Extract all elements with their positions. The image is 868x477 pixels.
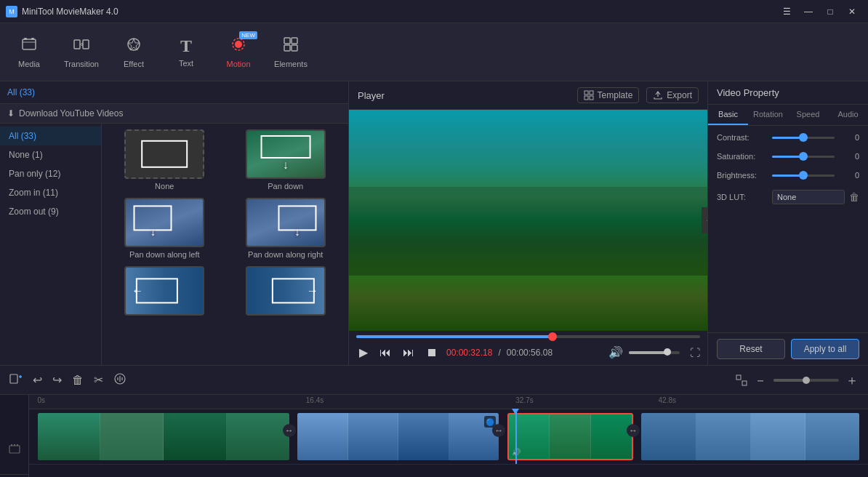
svg-rect-10 <box>284 45 290 51</box>
close-button[interactable]: ✕ <box>842 4 862 19</box>
motion-pan-down-right[interactable]: ↓ Pan down along right <box>229 198 343 259</box>
maximize-button[interactable]: □ <box>820 4 840 19</box>
svg-rect-16 <box>10 374 17 383</box>
clip-2[interactable]: 🔵 <box>297 413 499 460</box>
properties-content: Contrast: 0 Saturation: 0 <box>708 126 868 332</box>
svg-rect-19 <box>742 381 747 385</box>
tab-basic[interactable]: Basic <box>708 105 748 125</box>
toolbar-motion[interactable]: Motion NEW <box>215 27 262 78</box>
svg-rect-14 <box>584 96 588 100</box>
toolbar-elements[interactable]: Elements <box>268 27 314 78</box>
svg-rect-21 <box>11 444 12 446</box>
undo-button[interactable]: ↩ <box>29 371 46 389</box>
cut-button[interactable]: ✂ <box>90 371 107 389</box>
collapse-panel-button[interactable]: ‹ <box>702 207 707 233</box>
motion-pan-down[interactable]: ↓ Pan down <box>229 129 343 191</box>
playhead-head <box>512 409 519 414</box>
track-labels <box>0 395 29 477</box>
transition-2[interactable]: ↔ <box>492 424 505 437</box>
cat-none[interactable]: None (1) <box>0 145 101 164</box>
motions-grid: None ↓ Pan down ↓ <box>108 129 342 316</box>
brightness-slider[interactable] <box>772 175 835 177</box>
current-time: 00:00:32.18 <box>446 348 492 358</box>
zoom-slider[interactable] <box>773 379 839 382</box>
app-title: MiniTool MovieMaker 4.0 <box>22 7 118 17</box>
add-media-button[interactable] <box>6 370 26 390</box>
motion-none-box <box>141 140 188 168</box>
toolbar-media[interactable]: Media <box>6 27 52 78</box>
mark-32s: 32.7s <box>515 396 533 404</box>
clip-3[interactable]: 🔊 <box>507 413 633 460</box>
template-button[interactable]: Template <box>577 87 640 103</box>
delete-button[interactable]: 🗑 <box>68 372 87 389</box>
download-banner[interactable]: ⬇ Download YouTube Videos <box>0 104 348 124</box>
motion-pan-right[interactable]: → <box>229 266 343 316</box>
toolbar-text[interactable]: T Text <box>163 27 209 78</box>
volume-slider[interactable] <box>629 351 680 354</box>
toolbar-effect[interactable]: Effect <box>110 27 157 78</box>
transition-3[interactable]: ↔ <box>627 424 640 437</box>
stop-button[interactable]: ⏹ <box>423 345 441 361</box>
transition-1[interactable]: ↔ <box>283 424 296 437</box>
property-tabs: Basic Rotation Speed Audio <box>708 105 868 126</box>
clip-1[interactable] <box>38 413 289 460</box>
play-button[interactable]: ▶ <box>356 344 371 361</box>
tab-audio[interactable]: Audio <box>828 105 868 125</box>
fullscreen-button[interactable]: ⛶ <box>690 347 700 358</box>
apply-all-button[interactable]: Apply to all <box>791 339 859 359</box>
zoom-out-button[interactable]: － <box>750 372 771 389</box>
brightness-thumb <box>799 171 808 180</box>
export-button[interactable]: Export <box>646 87 699 103</box>
saturation-slider[interactable] <box>772 156 835 158</box>
cat-zoom-out[interactable]: Zoom out (9) <box>0 202 101 221</box>
motion-pan-left[interactable]: ← <box>108 266 222 316</box>
motion-arrow-left: ← <box>132 284 143 297</box>
transition-icon <box>73 36 89 57</box>
svg-rect-3 <box>74 40 80 49</box>
zoom-thumb <box>803 377 810 384</box>
minimize-button[interactable]: — <box>798 4 819 19</box>
fit-screen-icon <box>736 374 747 386</box>
video-container: ‹ <box>349 110 707 331</box>
contrast-slider[interactable] <box>772 137 835 139</box>
download-label: Download YouTube Videos <box>19 108 123 119</box>
svg-point-6 <box>235 41 242 48</box>
volume-button[interactable]: 🔊 <box>606 344 626 361</box>
reset-button[interactable]: Reset <box>717 339 785 359</box>
svg-rect-2 <box>31 38 34 40</box>
toolbar-transition[interactable]: Transition <box>58 27 105 78</box>
export-label: Export <box>667 90 692 100</box>
cat-zoom-in[interactable]: Zoom in (11) <box>0 183 101 202</box>
menu-button[interactable]: ☰ <box>776 4 797 19</box>
lut-select[interactable]: None <box>772 190 845 204</box>
motion-label: Motion <box>226 60 250 68</box>
skip-back-button[interactable]: ⏮ <box>377 345 394 361</box>
motion-pan-down-arrow: ↓ <box>283 159 289 172</box>
cat-pan-only[interactable]: Pan only (12) <box>0 164 101 183</box>
redo-button[interactable]: ↪ <box>49 371 65 389</box>
clip-4[interactable] <box>641 413 859 460</box>
motion-none-label: None <box>155 182 174 191</box>
zoom-in-button[interactable]: ＋ <box>842 372 862 389</box>
cat-all[interactable]: All (33) <box>0 127 101 145</box>
progress-bar[interactable] <box>356 335 700 338</box>
player-actions: Template Export <box>577 87 699 103</box>
category-list: All (33) None (1) Pan only (12) Zoom in … <box>0 124 102 365</box>
motion-none-thumb <box>124 129 204 179</box>
lut-delete-button[interactable]: 🗑 <box>849 191 859 203</box>
motion-none[interactable]: None <box>108 129 222 191</box>
playhead <box>515 409 517 464</box>
tab-speed[interactable]: Speed <box>788 105 828 125</box>
audio-button[interactable] <box>110 370 130 390</box>
total-time: 00:00:56.08 <box>507 348 552 358</box>
app-info: M MiniTool MovieMaker 4.0 <box>6 6 118 17</box>
audio-track <box>29 464 868 477</box>
template-label: Template <box>598 90 633 100</box>
panel-content: All (33) None (1) Pan only (12) Zoom in … <box>0 124 348 365</box>
skip-forward-button[interactable]: ⏭ <box>400 345 417 361</box>
motion-pan-down-left[interactable]: ↓ Pan down along left <box>108 198 222 259</box>
tab-rotation[interactable]: Rotation <box>748 105 788 125</box>
all-category-label: All (33) <box>7 87 35 97</box>
video-placeholder <box>349 110 707 331</box>
brightness-slider-container: 0 <box>772 171 859 180</box>
